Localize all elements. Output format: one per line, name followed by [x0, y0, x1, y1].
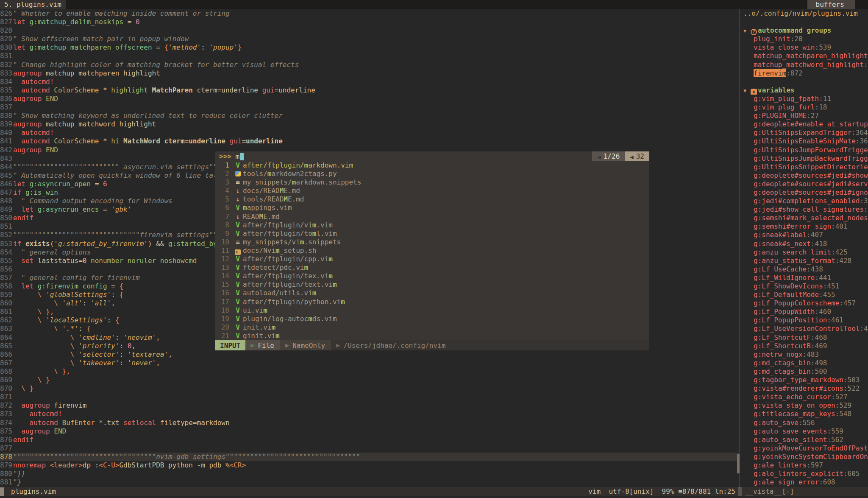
vista-section-header[interactable]: ▼?autocommand groups: [740, 26, 868, 35]
editor-line[interactable]: 880"}}: [0, 470, 739, 478]
vista-tag-item[interactable]: g:ale_linters:597: [740, 461, 868, 470]
editor-line[interactable]: 870 \ }: [0, 384, 739, 393]
popup-input-row[interactable]: >>> m ◀1/26 ◀32: [215, 151, 649, 161]
vista-tag-item[interactable]: g:auto_save_events:559: [740, 427, 868, 436]
vista-tag-item[interactable]: g:deoplete#sources#jedi#igno: [740, 188, 868, 197]
vista-tag-item[interactable]: g:yoinkMoveCursorToEndOfPast: [740, 444, 868, 453]
editor-line[interactable]: 871: [0, 393, 739, 401]
popup-file-row[interactable]: 7↓README.md: [215, 213, 649, 221]
popup-file-row[interactable]: 14Vafter/ftplugin/tex.vim: [215, 272, 649, 280]
popup-file-row[interactable]: 9Vafter/ftplugin/toml.vim: [215, 229, 649, 238]
vista-tag-item[interactable]: g:Lf_PopupColorscheme:457: [740, 299, 868, 308]
editor-line[interactable]: 826" Whether to enable matching inside c…: [0, 9, 739, 18]
popup-file-row[interactable]: 10≡my_snippets/vim.snippets: [215, 238, 649, 246]
vista-tag-item[interactable]: vista_close_win:539: [740, 43, 868, 52]
vista-tag-item[interactable]: g:md_ctags_bin:498: [740, 359, 868, 367]
popup-file-row[interactable]: 13Vftdetect/pdc.vim: [215, 263, 649, 272]
vista-tag-item[interactable]: g:Lf_PopupWidth:460: [740, 308, 868, 316]
vista-tag-item[interactable]: g:semshi#error_sign:401: [740, 222, 868, 231]
editor-line[interactable]: 830let g:matchup_matchparen_offscreen = …: [0, 43, 739, 52]
popup-file-row[interactable]: 20Vinit.vim: [215, 323, 649, 332]
vista-tag-item[interactable]: g:netrw_nogx:483: [740, 350, 868, 359]
popup-file-row[interactable]: 12Vafter/ftplugin/cpp.vim: [215, 255, 649, 263]
vista-tag-item[interactable]: g:titlecase_map_keys:548: [740, 410, 868, 418]
vista-tag-item[interactable]: g:jedi#show_call_signatures:: [740, 205, 868, 214]
vista-tag-item[interactable]: g:Lf_ShowDevIcons:451: [740, 282, 868, 291]
vista-tag-item[interactable]: g:anzu_search_limit:425: [740, 248, 868, 257]
vista-tag-item[interactable]: g:deoplete#sources#jedi#show: [740, 171, 868, 180]
popup-file-row[interactable]: 15Vafter/ftplugin/text.vim: [215, 280, 649, 289]
editor-line[interactable]: 869 \ }: [0, 376, 739, 384]
editor-line[interactable]: 828: [0, 26, 739, 35]
vista-tag-item[interactable]: g:PLUGIN_HOME:27: [740, 112, 868, 120]
command-line[interactable]: [0, 496, 868, 498]
vista-tag-item[interactable]: g:Lf_DefaultMode:455: [740, 291, 868, 299]
editor-line[interactable]: 866 \ 'selector': 'textarea',: [0, 350, 739, 359]
vista-section-header[interactable]: ▼xvariables: [740, 86, 868, 95]
vista-tag-item[interactable]: g:deoplete#enable_at_startup: [740, 120, 868, 129]
editor-line[interactable]: 836augroup END: [0, 95, 739, 103]
vista-tag-item[interactable]: g:Lf_PopupPosition:461: [740, 316, 868, 325]
vista-tag-item[interactable]: g:auto_save:556: [740, 419, 868, 427]
vista-tag-item[interactable]: g:UltiSnipsSnippetDirectorie: [740, 163, 868, 171]
editor-line[interactable]: 837: [0, 103, 739, 112]
editor-line[interactable]: 878"""""""""""""""""""""""""""""""""""nv…: [0, 453, 739, 461]
editor-line[interactable]: 840 autocmd!: [0, 129, 739, 137]
editor-line[interactable]: 831: [0, 52, 739, 60]
vista-tag-item[interactable]: g:yoinkSyncSystemClipboardOn: [740, 453, 868, 461]
vista-tag-item[interactable]: g:Lf_UseCache:438: [740, 265, 868, 274]
vista-tag-item[interactable]: matchup_matchword_highlight:: [740, 61, 868, 69]
popup-file-row[interactable]: 17Vafter/ftplugin/python.vim: [215, 298, 649, 306]
search-query[interactable]: m: [236, 152, 240, 160]
popup-file-row[interactable]: 5↓tools/README.md: [215, 195, 649, 204]
vista-tag-item[interactable]: g:UltiSnipsExpandTrigger:364: [740, 129, 868, 137]
editor-line[interactable]: 879nnoremap <leader>dp :<C-U>GdbStartPDB…: [0, 461, 739, 470]
editor-line[interactable]: 874 autocmd BufEnter *.txt setlocal file…: [0, 419, 739, 427]
editor-line[interactable]: 834 autocmd!: [0, 78, 739, 86]
editor-line[interactable]: 876endif: [0, 436, 739, 444]
vista-tag-item[interactable]: g:deoplete#sources#jedi#serv: [740, 180, 868, 188]
editor-line[interactable]: 833augroup matchup_matchparen_highlight: [0, 69, 739, 78]
editor-line[interactable]: 875 augroup END: [0, 427, 739, 436]
vista-tag-item[interactable]: g:sneak#s_next:418: [740, 240, 868, 248]
vista-tag-item[interactable]: g:Lf_WildIgnore:441: [740, 274, 868, 282]
vista-tag-item[interactable]: g:vista#renderer#icons:522: [740, 384, 868, 393]
tab-plugins-vim[interactable]: 5. plugins.vim: [0, 0, 66, 9]
editor-line[interactable]: 877: [0, 444, 739, 453]
vista-tag-item[interactable]: g:vista_echo_cursor:527: [740, 393, 868, 401]
vista-tag-item[interactable]: matchup_matchparen_highlight: [740, 52, 868, 60]
popup-file-row[interactable]: 6Vmappings.vim: [215, 204, 649, 212]
vista-tag-item[interactable]: g:vim_plug_furl:18: [740, 103, 868, 112]
vista-tag-item[interactable]: g:semshi#mark_selected_nodes: [740, 214, 868, 222]
vista-tag-item[interactable]: g:vim_plug_fpath:11: [740, 95, 868, 103]
popup-file-row[interactable]: 2tools/markdown2ctags.py: [215, 170, 649, 178]
popup-file-row[interactable]: 21Vginit.vim: [215, 332, 649, 340]
popup-file-row[interactable]: 18Vui.vim: [215, 306, 649, 315]
vista-tag-item[interactable]: g:auto_save_silent:562: [740, 436, 868, 444]
vista-tag-item[interactable]: g:Lf_ShortcutB:469: [740, 342, 868, 350]
popup-file-row[interactable]: 19Vplugin/log-autocmds.vim: [215, 315, 649, 323]
vista-tag-item[interactable]: g:ale_sign_error:608: [740, 478, 868, 487]
editor-line[interactable]: 867 \ 'takeover': 'never',: [0, 359, 739, 367]
fold-arrow-icon[interactable]: ▼: [743, 27, 751, 35]
editor-line[interactable]: 839augroup matchup_matchword_highlight: [0, 120, 739, 129]
vista-tag-item[interactable]: plug_init:20: [740, 35, 868, 43]
editor-line[interactable]: 841 autocmd ColorScheme * hi MatchWord c…: [0, 137, 739, 145]
vista-tag-item[interactable]: g:ale_linters_explicit:605: [740, 470, 868, 478]
popup-file-row[interactable]: 8Vafter/ftplugin/vim.vim: [215, 221, 649, 229]
buffers-label[interactable]: buffers: [807, 0, 855, 9]
editor-line[interactable]: 827let g:matchup_delim_noskips = 0: [0, 18, 739, 26]
vista-tag-item[interactable]: g:Lf_ShortcutF:468: [740, 333, 868, 342]
popup-file-row[interactable]: 1Vafter/ftplugin/markdown.vim: [215, 161, 649, 170]
editor-line[interactable]: 832" Change highlight color of matching …: [0, 61, 739, 69]
vista-tag-item[interactable]: firenvim:872: [740, 69, 868, 78]
vista-tag-item[interactable]: g:tagbar_type_markdown:503: [740, 376, 868, 384]
fold-arrow-icon[interactable]: ▼: [743, 87, 751, 95]
editor-line[interactable]: 838" Show matching keyword as underlined…: [0, 112, 739, 120]
popup-file-row[interactable]: 11>_docs/Nvim_setup.sh: [215, 246, 649, 255]
vista-tag-item[interactable]: g:sneak#label:407: [740, 231, 868, 239]
popup-file-row[interactable]: 16Vautoload/utils.vim: [215, 289, 649, 297]
editor-line[interactable]: 868 \ },: [0, 367, 739, 376]
vista-tag-item[interactable]: g:UltiSnipsJumpBackwardTrigg: [740, 154, 868, 163]
vista-tag-item[interactable]: g:UltiSnipsJumpForwardTrigge: [740, 146, 868, 154]
